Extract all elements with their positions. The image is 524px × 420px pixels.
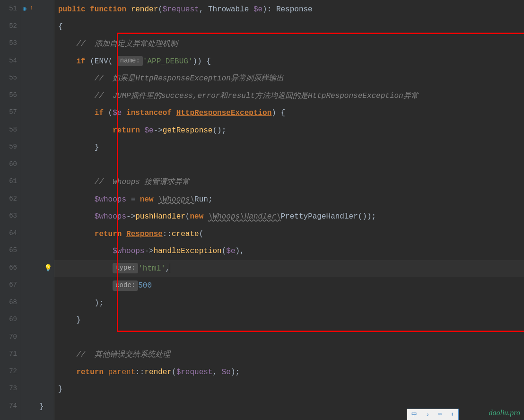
line-number: 72 bbox=[0, 363, 17, 380]
ime-lang-icon[interactable]: 中 bbox=[411, 411, 417, 419]
code-line[interactable]: $whoops = new \Whoops\Run; bbox=[54, 191, 524, 209]
code-line[interactable]: code:500 bbox=[54, 277, 524, 295]
code-line[interactable]: // 添加自定义异常处理机制 bbox=[54, 35, 524, 53]
code-line[interactable]: { bbox=[54, 18, 524, 36]
code-line[interactable]: return parent::render($request, $e); bbox=[54, 364, 524, 381]
code-line[interactable]: // 其他错误交给系统处理 bbox=[54, 346, 524, 364]
line-number: 56 bbox=[0, 87, 17, 104]
line-number: 73 bbox=[0, 380, 17, 397]
code-line[interactable]: } bbox=[54, 381, 524, 398]
line-number: 65 bbox=[0, 242, 17, 259]
line-number: 55 bbox=[0, 69, 17, 87]
code-line[interactable] bbox=[54, 157, 524, 174]
ime-sound-icon[interactable]: ♪ bbox=[426, 411, 429, 418]
line-number: 51 bbox=[0, 0, 17, 18]
intention-bulb-icon[interactable]: 💡 bbox=[44, 264, 51, 271]
code-line[interactable]: // 如果是HttpResponseException异常则原样输出 bbox=[54, 70, 524, 88]
code-line[interactable]: // Whoops 接管请求异常 bbox=[54, 174, 524, 191]
code-line[interactable]: return Response::create( bbox=[54, 226, 524, 243]
line-number: 67 bbox=[0, 276, 17, 294]
override-icon[interactable]: ◉ bbox=[23, 5, 29, 11]
line-number: 53 bbox=[0, 35, 17, 52]
code-line[interactable]: } bbox=[54, 139, 524, 157]
code-line[interactable]: $whoops->handleException($e), bbox=[54, 243, 524, 260]
code-line[interactable]: if (ENV( name:'APP_DEBUG')) { bbox=[54, 53, 524, 70]
code-line-current[interactable]: type:'html', bbox=[54, 260, 524, 278]
up-arrow-icon[interactable]: ↑ bbox=[30, 5, 36, 11]
code-area[interactable]: public function render($request, Throwab… bbox=[54, 0, 524, 420]
line-number: 71 bbox=[0, 345, 17, 363]
line-number: 70 bbox=[0, 328, 17, 346]
code-line[interactable]: if ($e instanceof HttpResponseException)… bbox=[54, 105, 524, 122]
line-number: 69 bbox=[0, 311, 17, 328]
param-hint: type: bbox=[113, 263, 138, 273]
line-number: 66 bbox=[0, 259, 17, 277]
line-number-gutter: 51 52 53 54 55 56 57 58 59 60 61 62 63 6… bbox=[0, 0, 21, 420]
line-number: 68 bbox=[0, 294, 17, 311]
code-line[interactable]: // JUMP插件里的success,error和result方法均返回的是Ht… bbox=[54, 88, 524, 105]
watermark: daoliu.pro bbox=[489, 409, 520, 417]
line-number: 60 bbox=[0, 156, 17, 173]
code-line[interactable]: return $e->getResponse(); bbox=[54, 122, 524, 140]
text-caret bbox=[170, 263, 170, 273]
icon-gutter: ◉ ↑ 💡 bbox=[21, 0, 54, 420]
param-hint: name: bbox=[117, 56, 143, 66]
line-number: 59 bbox=[0, 138, 17, 156]
line-number: 54 bbox=[0, 52, 17, 70]
ime-toolbar[interactable]: 中 ♪ ⌨ ⬇ bbox=[407, 409, 459, 420]
code-line[interactable]: } bbox=[54, 312, 524, 329]
code-editor[interactable]: 51 52 53 54 55 56 57 58 59 60 61 62 63 6… bbox=[0, 0, 524, 420]
code-line[interactable] bbox=[54, 329, 524, 347]
code-line[interactable]: ); bbox=[54, 295, 524, 312]
line-number: 58 bbox=[0, 121, 17, 139]
line-number: 62 bbox=[0, 190, 17, 208]
line-number: 74 bbox=[0, 397, 17, 415]
line-number: 64 bbox=[0, 225, 17, 242]
param-hint: code: bbox=[113, 280, 138, 291]
line-number: 61 bbox=[0, 173, 17, 190]
line-number: 63 bbox=[0, 207, 17, 225]
line-number: 52 bbox=[0, 18, 17, 35]
code-line[interactable]: $whoops->pushHandler(new \Whoops\Handler… bbox=[54, 208, 524, 226]
line-number: 57 bbox=[0, 104, 17, 121]
ime-keyboard-icon[interactable]: ⌨ bbox=[438, 411, 442, 418]
code-line[interactable]: public function render($request, Throwab… bbox=[54, 1, 524, 18]
ime-dropdown-icon[interactable]: ⬇ bbox=[450, 411, 454, 418]
